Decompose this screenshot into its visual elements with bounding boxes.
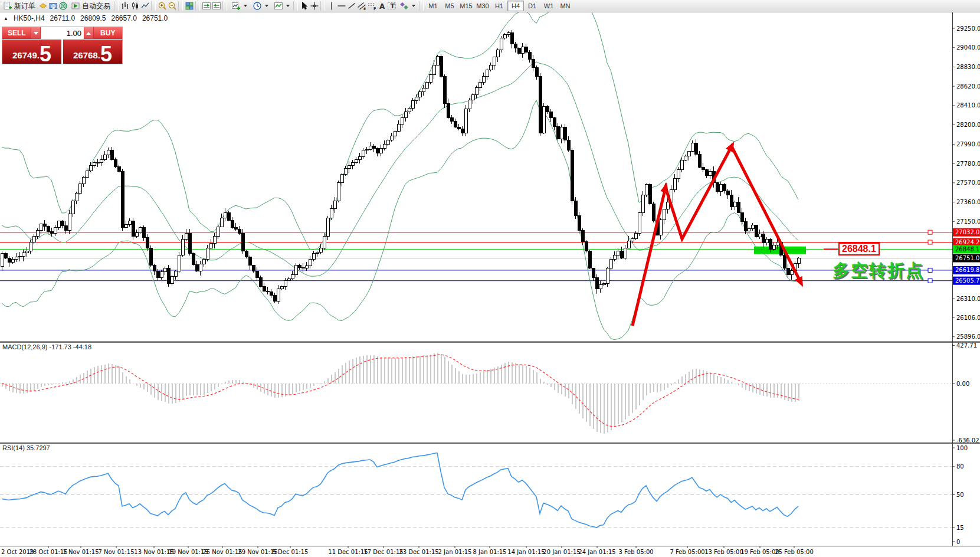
level-price-tag-text: 26848.1 [955, 246, 979, 253]
svg-text:E: E [363, 6, 366, 11]
level-line-handle[interactable] [928, 230, 932, 234]
price-tick-label: 28830.0 [956, 64, 980, 70]
sell-button[interactable]: SELL [2, 27, 31, 39]
macd-tick-label: 427.71 [956, 342, 977, 349]
timeframe-h4-button[interactable]: H4 [507, 1, 524, 11]
level-line-handle[interactable] [928, 268, 932, 272]
cursor-button[interactable] [299, 1, 309, 11]
timeframe-m30-button[interactable]: M30 [474, 1, 491, 11]
zoom-out-button[interactable] [167, 1, 177, 11]
new-order-button[interactable]: 新订单 [0, 1, 38, 11]
level-price-tag-text: 27032.0 [955, 229, 979, 235]
level-price-tag-text: 26751.0 [955, 255, 979, 261]
toolbar-separator [320, 1, 325, 11]
sell-price[interactable]: 26749.5 [2, 40, 61, 64]
macd-tick-label: 0.00 [956, 381, 969, 387]
macd-name: MACD(12,26,9) [2, 343, 47, 350]
turning-point-annotation[interactable]: 多空转折点 [832, 261, 924, 279]
timeframe-w1-button[interactable]: W1 [540, 1, 557, 11]
fibonacci-button[interactable]: F [366, 1, 376, 11]
ohlc-close: 26751.0 [142, 14, 168, 22]
svg-text:@: @ [51, 4, 55, 9]
level-price-tag-text: 26505.7 [955, 277, 979, 284]
bar-chart-button[interactable] [120, 1, 130, 11]
level-line-handle[interactable] [928, 240, 932, 244]
time-axis-label: 7 Feb 05:00 [670, 549, 704, 555]
time-axis-label: 5 Dec 01:15 [273, 549, 309, 555]
time-axis-label: 2 Jan 01:15 [438, 549, 472, 555]
timeframe-m5-button[interactable]: M5 [441, 1, 458, 11]
line-chart-button[interactable] [140, 1, 150, 11]
toolbar: 新订单 @ 自动交易 [0, 0, 980, 12]
shapes-icon [399, 1, 409, 11]
crosshair-button[interactable] [309, 1, 319, 11]
time-axis-label: 24 Jan 01:15 [578, 549, 615, 555]
volume-increase-button[interactable] [84, 27, 94, 39]
ohlc-open: 26711.0 [50, 14, 76, 22]
time-axis-label: 13 Feb 05:00 [704, 549, 743, 555]
toolbar-separator [195, 1, 200, 11]
zoom-in-button[interactable] [157, 1, 167, 11]
time-axis-label: 11 Dec 01:15 [328, 549, 368, 555]
level-line-handle[interactable] [928, 278, 932, 283]
chart-window: 29250.029040.028830.028620.028410.028200… [0, 0, 980, 557]
toolbar-separator [222, 1, 227, 11]
period-selector-button[interactable] [250, 1, 271, 11]
rsi-line [2, 453, 798, 528]
clock-icon [252, 1, 262, 11]
rsi-tick-label: 80 [956, 463, 964, 470]
price-level-annotation[interactable]: 26848.1 [838, 243, 880, 255]
volume-decrease-button[interactable] [31, 27, 41, 39]
shapes-button[interactable] [396, 1, 418, 11]
level-price-tag-text: 26924.2 [955, 239, 979, 245]
toolbar-separator [293, 1, 298, 11]
template-button[interactable] [271, 1, 292, 11]
candlestick-chart-button[interactable] [130, 1, 140, 11]
price-tick-label: 27570.0 [956, 179, 980, 186]
ohlc-high: 26809.5 [80, 14, 106, 22]
chart-shift-button[interactable] [201, 1, 211, 11]
triangle-down-icon [34, 32, 38, 35]
candles-layer [1, 30, 800, 303]
timeframe-h1-button[interactable]: H1 [491, 1, 507, 11]
zigzag-arrow-annotation[interactable] [632, 146, 801, 326]
volume-input[interactable] [41, 27, 84, 39]
trendline-button[interactable] [346, 1, 356, 11]
macd-indicator-label: MACD(12,26,9) -171.73 -44.18 [2, 343, 91, 350]
tile-windows-button[interactable] [184, 1, 194, 11]
price-tick-label: 27780.0 [956, 160, 980, 167]
timeframe-mn-button[interactable]: MN [557, 1, 573, 11]
timeframe-d1-button[interactable]: D1 [524, 1, 540, 11]
timeframe-m1-button[interactable]: M1 [425, 1, 441, 11]
timeframe-m15-button[interactable]: M15 [458, 1, 474, 11]
buy-price[interactable]: 26768.5 [63, 40, 122, 64]
new-chart-icon [231, 1, 241, 11]
label-button[interactable]: T [386, 1, 396, 11]
svg-text:F: F [373, 6, 376, 11]
symbol-marker-icon: ▲ [4, 16, 8, 21]
rsi-tick-label: 0 [956, 539, 960, 545]
time-axis-label: 25 Nov 01:15 [202, 549, 242, 555]
level-price-tag-text: 26619.8 [955, 267, 979, 273]
horizontal-line-button[interactable] [336, 1, 346, 11]
auto-scroll-button[interactable] [211, 1, 221, 11]
buy-button[interactable]: BUY [94, 27, 122, 39]
vertical-line-button[interactable] [326, 1, 336, 11]
text-button[interactable]: A [376, 1, 386, 11]
price-tick-label: 26106.0 [956, 314, 980, 321]
rsi-panel[interactable] [0, 453, 952, 528]
cube-icon-button[interactable] [38, 1, 48, 11]
main-chart-panel[interactable] [0, 0, 952, 340]
macd-panel[interactable] [0, 353, 952, 434]
new-chart-button[interactable] [228, 1, 250, 11]
price-tick-label: 28410.0 [956, 102, 980, 109]
rsi-name: RSI(14) [2, 444, 25, 451]
price-tick-label: 28620.0 [956, 83, 980, 90]
channel-button[interactable]: E [356, 1, 366, 11]
toolbar-separator [178, 1, 183, 11]
chevron-down-icon [286, 5, 290, 7]
broadcast-icon-button[interactable] [58, 1, 68, 11]
autotrading-button[interactable]: 自动交易 [68, 1, 113, 11]
mail-icon-button[interactable]: @ [48, 1, 58, 11]
zigzag-arrowhead [660, 182, 668, 193]
